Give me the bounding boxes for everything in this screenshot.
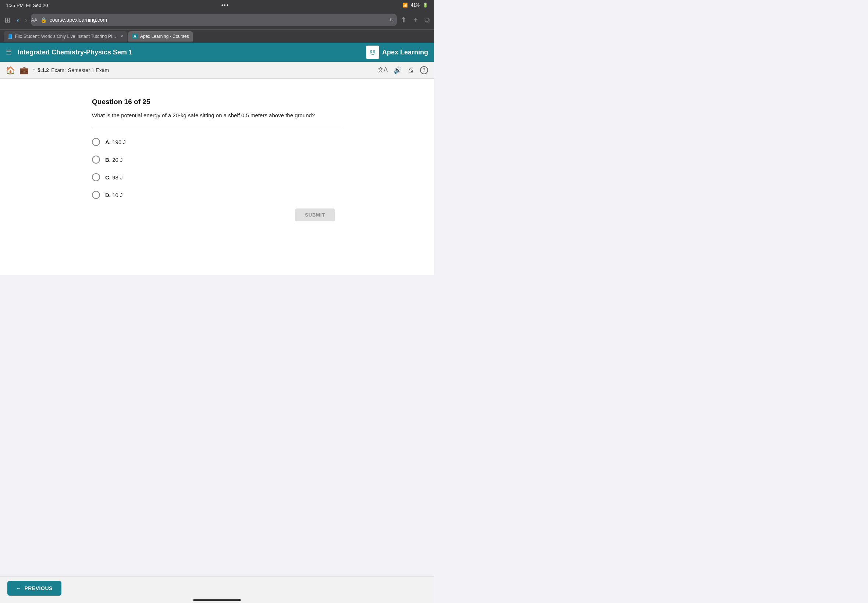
apex-logo-text: Apex Learning (382, 48, 428, 56)
question-text: What is the potential energy of a 20-kg … (92, 111, 342, 120)
sidebar-toggle-icon[interactable]: ⊞ (5, 15, 11, 24)
tab-bar: 📘 Filo Student: World's Only Live Instan… (0, 29, 434, 43)
breadcrumb-exam-title: Semester 1 Exam (68, 67, 109, 73)
share-icon[interactable]: ⬆ (401, 15, 407, 24)
option-a-label: A. 196 J (105, 139, 126, 145)
toolbar-left: 🏠 💼 (6, 66, 29, 75)
question-divider (92, 129, 342, 129)
option-a[interactable]: A. 196 J (92, 138, 342, 146)
submit-row: SUBMIT (92, 209, 342, 221)
translate-icon[interactable]: 文A (378, 66, 388, 74)
radio-a[interactable] (92, 138, 100, 146)
option-c-label: C. 98 J (105, 174, 123, 181)
option-b-label: B. 20 J (105, 157, 123, 163)
home-button[interactable]: 🏠 (6, 66, 15, 75)
option-c[interactable]: C. 98 J (92, 173, 342, 181)
tabs-icon[interactable]: ⧉ (424, 16, 430, 24)
breadcrumb: ↑ 5.1.2 Exam: Semester 1 Exam (32, 67, 109, 74)
aa-button[interactable]: AA (31, 17, 37, 23)
url-bar[interactable]: AA 🔒 course.apexlearning.com ↻ (31, 14, 397, 26)
tab-filo[interactable]: 📘 Filo Student: World's Only Live Instan… (4, 31, 127, 42)
print-icon[interactable]: 🖨 (407, 66, 414, 74)
option-d-label: D. 10 J (105, 192, 123, 198)
browser-right-icons: ⬆ + ⧉ (401, 15, 430, 24)
tab-apex[interactable]: A Apex Learning - Courses (128, 31, 193, 42)
forward-button[interactable]: › (25, 16, 28, 24)
question-header: Question 16 of 25 (92, 98, 342, 106)
svg-point-3 (373, 51, 374, 52)
svg-point-2 (370, 51, 371, 52)
briefcase-button[interactable]: 💼 (20, 66, 29, 75)
tab-apex-favicon: A (132, 34, 138, 39)
battery-percent: 41% (411, 3, 420, 8)
browser-left-icons: ⊞ ‹ › (5, 15, 27, 24)
option-d[interactable]: D. 10 J (92, 191, 342, 199)
toolbar: 🏠 💼 ↑ 5.1.2 Exam: Semester 1 Exam 文A 🔊 🖨… (0, 62, 434, 79)
status-dots: ••• (221, 2, 229, 8)
app-header: ☰ Integrated Chemistry-Physics Sem 1 Ape… (0, 43, 434, 62)
help-icon[interactable]: ? (420, 66, 428, 74)
hamburger-menu[interactable]: ☰ (6, 48, 12, 56)
radio-b[interactable] (92, 156, 100, 164)
audio-icon[interactable]: 🔊 (393, 66, 402, 74)
add-tab-icon[interactable]: + (413, 16, 418, 24)
lock-icon: 🔒 (40, 17, 47, 23)
status-right: 📶 41% 🔋 (402, 3, 428, 8)
breadcrumb-exam-label: Exam: (51, 67, 66, 73)
radio-c[interactable] (92, 173, 100, 181)
tab-filo-close[interactable]: ✕ (120, 34, 123, 38)
app-title: Integrated Chemistry-Physics Sem 1 (18, 48, 366, 56)
time: 1:35 PM (6, 3, 23, 8)
date: Fri Sep 20 (26, 3, 48, 8)
breadcrumb-up-icon[interactable]: ↑ (32, 67, 35, 74)
status-left: 1:35 PM Fri Sep 20 (6, 3, 48, 8)
toolbar-right: 文A 🔊 🖨 ? (378, 66, 428, 74)
tab-filo-label: Filo Student: World's Only Live Instant … (15, 34, 118, 39)
submit-button[interactable]: SUBMIT (296, 209, 335, 221)
wifi-icon: 📶 (402, 3, 408, 8)
breadcrumb-section: 5.1.2 (37, 67, 49, 73)
apex-owl-icon (368, 48, 377, 57)
option-b[interactable]: B. 20 J (92, 156, 342, 164)
battery-icon: 🔋 (422, 3, 428, 8)
status-bar: 1:35 PM Fri Sep 20 ••• 📶 41% 🔋 (0, 0, 434, 10)
refresh-button[interactable]: ↻ (390, 17, 394, 23)
url-text: course.apexlearning.com (50, 17, 107, 23)
main-content: Question 16 of 25 What is the potential … (0, 79, 434, 275)
tab-apex-label: Apex Learning - Courses (140, 34, 189, 39)
tab-filo-favicon: 📘 (7, 34, 13, 39)
radio-d[interactable] (92, 191, 100, 199)
back-button[interactable]: ‹ (17, 16, 19, 24)
apex-logo-icon (366, 46, 379, 59)
browser-bar: ⊞ ‹ › AA 🔒 course.apexlearning.com ↻ ⬆ +… (0, 10, 434, 29)
apex-logo: Apex Learning (366, 46, 428, 59)
